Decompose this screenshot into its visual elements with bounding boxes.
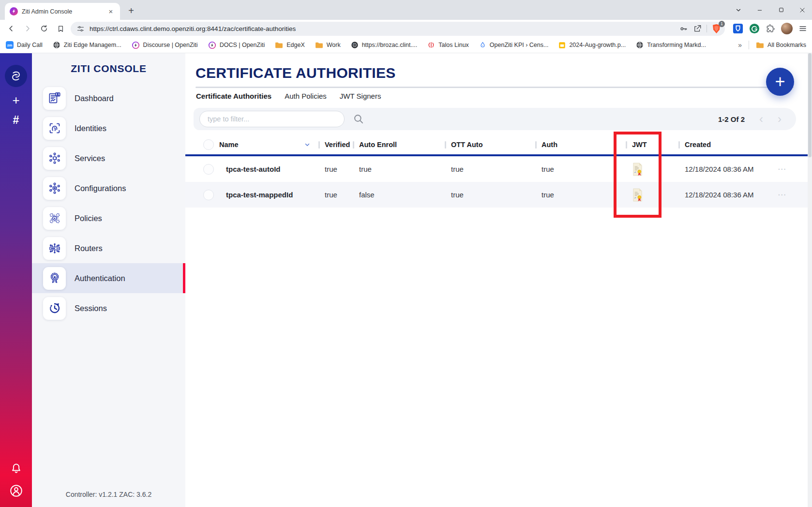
account-profile-icon[interactable] [9, 483, 24, 498]
all-bookmarks-button[interactable]: All Bookmarks [756, 42, 806, 49]
profile-avatar[interactable] [781, 23, 793, 34]
search-icon[interactable] [352, 113, 365, 125]
scrollbar-thumb[interactable] [808, 53, 812, 157]
pagination: 1-2 Of 2 ‹ › [718, 113, 796, 125]
rail-bottom [9, 462, 24, 498]
ca-auth: true [535, 165, 626, 173]
folder-icon [756, 42, 764, 49]
next-page-icon[interactable]: › [778, 113, 782, 125]
column-name[interactable]: Name [219, 141, 318, 149]
browser-tab[interactable]: Ziti Admin Console × [5, 3, 120, 20]
row-checkbox[interactable] [203, 164, 214, 175]
sidebar-item-sessions[interactable]: Sessions [32, 293, 185, 323]
ca-name: tpca-test-mappedId [219, 191, 318, 199]
sidebar-item-authentication[interactable]: Authentication [32, 263, 185, 293]
openziti-ring-icon [208, 41, 216, 49]
sidebar-item-routers[interactable]: Routers [32, 233, 185, 263]
bookmark-2024-aug-growth[interactable]: 2024-Aug-growth.p... [558, 42, 626, 49]
folder-icon [315, 42, 323, 49]
version-footer: Controller: v1.2.1 ZAC: 3.6.2 [32, 491, 185, 498]
passwords-key-icon[interactable] [679, 24, 688, 33]
row-menu-icon[interactable]: ⋯ [771, 164, 812, 174]
authentication-icon [43, 267, 66, 290]
tab-title: Ziti Admin Console [22, 8, 103, 15]
jwt-certificate-icon[interactable] [626, 188, 678, 202]
bookmark-transforming-markdown[interactable]: Transforming Markd... [636, 41, 706, 49]
column-ott-auto[interactable]: OTT Auto [445, 141, 535, 149]
routers-icon [43, 237, 66, 260]
talos-icon [427, 41, 435, 49]
ziti-favicon-icon [10, 7, 18, 15]
site-settings-icon[interactable] [76, 25, 85, 33]
rail-add-button[interactable]: + [12, 94, 19, 106]
openziti-ring-icon [132, 41, 140, 49]
bitwarden-icon[interactable] [733, 23, 743, 34]
filter-bar: 1-2 Of 2 ‹ › [194, 108, 796, 130]
bookmark-talos[interactable]: Talos Linux [427, 41, 469, 49]
column-auto-enroll[interactable]: Auto Enroll [353, 141, 445, 149]
sidebar-item-identities[interactable]: Identities [32, 113, 185, 143]
page-scrollbar[interactable] [808, 53, 812, 507]
column-created[interactable]: Created [678, 141, 771, 149]
tab-jwt-signers[interactable]: JWT Signers [340, 92, 381, 100]
sidebar-item-policies[interactable]: Policies [32, 203, 185, 233]
close-tab-icon[interactable]: × [106, 7, 115, 16]
browser-menu-icon[interactable] [798, 24, 807, 33]
back-icon[interactable] [5, 22, 17, 35]
bookmark-ziti-edge[interactable]: Ziti Edge Managem... [53, 41, 121, 49]
column-jwt[interactable]: JWT [626, 141, 678, 149]
url-text[interactable]: https://ctrl.cdaws.clint.demo.openziti.o… [90, 25, 674, 32]
notifications-bell-icon[interactable] [10, 462, 23, 475]
bookmark-work[interactable]: Work [315, 42, 341, 49]
bookmark-edgex[interactable]: EdgeX [275, 42, 305, 49]
grammarly-icon[interactable] [749, 23, 760, 34]
prev-page-icon[interactable]: ‹ [759, 113, 763, 125]
row-checkbox[interactable] [203, 190, 214, 200]
bookmark-daily-call[interactable]: zm Daily Call [6, 41, 43, 49]
brave-shield-icon[interactable]: 1 [712, 24, 721, 34]
page-title: CERTIFICATE AUTHORITIES [195, 65, 812, 81]
sidebar-item-dashboard[interactable]: Dashboard [32, 83, 185, 113]
globe-icon [53, 41, 60, 49]
column-verified[interactable]: Verified [318, 141, 353, 149]
dashboard-icon [43, 87, 66, 110]
share-icon[interactable] [693, 24, 702, 33]
bookmark-discourse-openziti[interactable]: Discourse | OpenZiti [132, 41, 198, 49]
row-menu-icon[interactable]: ⋯ [771, 190, 812, 200]
add-certificate-authority-button[interactable]: + [766, 68, 794, 96]
tab-certificate-authorities[interactable]: Certificate Authorities [196, 92, 271, 100]
sidebar-item-configurations[interactable]: Configurations [32, 173, 185, 203]
ca-ott-auto: true [445, 165, 535, 173]
table-row[interactable]: tpca-test-autoId true true true true 12/… [185, 156, 812, 182]
rail-hash-button[interactable]: # [13, 115, 19, 126]
ca-name: tpca-test-autoId [219, 165, 318, 173]
filter-input[interactable] [199, 111, 345, 127]
bookmark-icon[interactable] [54, 22, 67, 35]
table-row[interactable]: tpca-test-mappedId true false true true … [185, 182, 812, 208]
bookmark-brozac[interactable]: https://brozac.clint.... [351, 41, 418, 49]
ca-verified: true [318, 165, 353, 173]
bookmark-openziti-kpi[interactable]: OpenZiti KPI › Cens... [479, 41, 549, 49]
extension-icons [729, 23, 807, 34]
select-all-checkbox[interactable] [203, 139, 214, 150]
bookmarks-overflow-icon[interactable]: » [738, 41, 742, 49]
ziti-logo-icon[interactable] [5, 65, 27, 87]
maximize-button[interactable] [776, 5, 786, 15]
minimize-button[interactable] [755, 5, 765, 15]
forward-icon[interactable] [21, 22, 34, 35]
sort-chevron-down-icon[interactable] [304, 141, 311, 148]
lens-icon [351, 41, 359, 49]
tab-strip: Ziti Admin Console × + [0, 0, 812, 20]
new-tab-button[interactable]: + [125, 5, 137, 17]
bookmark-docs-openziti[interactable]: DOCS | OpenZiti [208, 41, 265, 49]
tab-auth-policies[interactable]: Auth Policies [285, 92, 327, 100]
close-window-button[interactable] [797, 5, 807, 15]
reload-icon[interactable] [38, 22, 50, 35]
tab-search-icon[interactable] [734, 5, 743, 15]
address-bar[interactable]: https://ctrl.cdaws.clint.demo.openziti.o… [71, 22, 725, 36]
sidebar-item-services[interactable]: Services [32, 143, 185, 173]
jwt-certificate-icon[interactable] [626, 163, 678, 176]
column-auth[interactable]: Auth [535, 141, 626, 149]
ca-auto-enroll: false [353, 191, 445, 199]
extensions-puzzle-icon[interactable] [766, 24, 775, 33]
